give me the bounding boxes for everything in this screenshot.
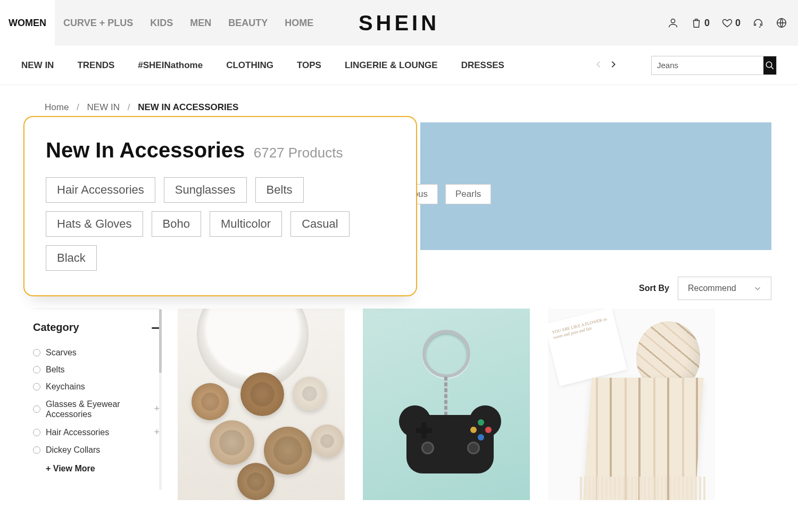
tab-men[interactable]: MEN bbox=[181, 0, 220, 46]
svg-point-0 bbox=[671, 19, 675, 23]
cat-glasses-eyewear[interactable]: Glasses & Eyewear Accessories+ bbox=[33, 395, 160, 423]
chip-pearls[interactable]: Pearls bbox=[445, 184, 491, 204]
nav-sheinathome[interactable]: #SHEINathome bbox=[138, 60, 203, 71]
chip-belts[interactable]: Belts bbox=[255, 177, 304, 203]
radio-icon bbox=[33, 366, 40, 373]
bag-count: 0 bbox=[704, 18, 710, 29]
chip-hair-accessories[interactable]: Hair Accessories bbox=[46, 177, 155, 203]
search-input[interactable] bbox=[652, 56, 763, 74]
sort-label: Sort By bbox=[639, 284, 669, 293]
search-box bbox=[651, 56, 777, 75]
cat-belts[interactable]: Belts bbox=[33, 361, 160, 378]
chip-hats-gloves[interactable]: Hats & Gloves bbox=[46, 211, 143, 237]
wishlist-icon[interactable]: 0 bbox=[721, 17, 741, 29]
nav-scroll-arrows bbox=[595, 61, 617, 70]
breadcrumb: Home / NEW IN / NEW IN ACCESSORIES bbox=[0, 85, 798, 119]
nav-clothing[interactable]: CLOTHING bbox=[226, 60, 273, 71]
chip-boho[interactable]: Boho bbox=[152, 211, 201, 237]
sidebar-scrollbar[interactable] bbox=[159, 309, 162, 490]
nav-lingerie-lounge[interactable]: LINGERIE & LOUNGE bbox=[345, 60, 438, 71]
wishlist-count: 0 bbox=[735, 18, 741, 29]
top-bar: WOMEN CURVE + PLUS KIDS MEN BEAUTY HOME … bbox=[0, 0, 798, 46]
nav-tops[interactable]: TOPS bbox=[297, 60, 321, 71]
tab-kids[interactable]: KIDS bbox=[142, 0, 181, 46]
chip-casual[interactable]: Casual bbox=[290, 211, 349, 237]
crumb-current: NEW IN ACCESSORIES bbox=[138, 102, 238, 112]
tab-curve-plus[interactable]: CURVE + PLUS bbox=[55, 0, 142, 46]
hero-wrap: norous Pearls New In Accessories 6727 Pr… bbox=[45, 122, 771, 261]
category-list: Scarves Belts Keychains Glasses & Eyewea… bbox=[33, 344, 160, 459]
logo[interactable]: SHEIN bbox=[359, 11, 439, 35]
support-icon[interactable] bbox=[752, 17, 764, 29]
sidebar-heading: Category – bbox=[33, 319, 160, 336]
product-card[interactable] bbox=[363, 309, 530, 500]
nav-trends[interactable]: TRENDS bbox=[77, 60, 114, 71]
chip-multicolor[interactable]: Multicolor bbox=[210, 211, 282, 237]
page-title: New In Accessories bbox=[46, 138, 245, 162]
sort-value: Recommend bbox=[688, 284, 736, 293]
product-grid: YOU ARE LIKE A FLOWER so sweet and pure … bbox=[178, 309, 771, 500]
sort-select[interactable]: Recommend bbox=[678, 277, 771, 300]
account-icon[interactable] bbox=[667, 17, 679, 29]
tab-women[interactable]: WOMEN bbox=[0, 0, 55, 46]
product-count: 6727 Products bbox=[254, 145, 343, 161]
tab-beauty[interactable]: BEAUTY bbox=[220, 0, 276, 46]
radio-icon bbox=[33, 429, 40, 436]
main-content: Category – Scarves Belts Keychains Glass… bbox=[33, 309, 771, 500]
bag-icon[interactable]: 0 bbox=[691, 17, 710, 29]
collapse-category-icon[interactable]: – bbox=[151, 319, 160, 336]
sidebar: Category – Scarves Belts Keychains Glass… bbox=[33, 309, 160, 500]
nav-prev-icon[interactable] bbox=[595, 61, 602, 70]
chip-sunglasses[interactable]: Sunglasses bbox=[164, 177, 247, 203]
category-nav: NEW IN TRENDS #SHEINathome CLOTHING TOPS… bbox=[0, 46, 798, 85]
nav-dresses[interactable]: DRESSES bbox=[461, 60, 504, 71]
search-button[interactable] bbox=[763, 56, 776, 74]
top-tabs: WOMEN CURVE + PLUS KIDS MEN BEAUTY HOME bbox=[0, 0, 322, 46]
svg-point-2 bbox=[766, 62, 772, 68]
product-card[interactable] bbox=[178, 309, 345, 500]
paper-note: YOU ARE LIKE A FLOWER so sweet and pure … bbox=[548, 309, 627, 386]
filter-chips: Hair Accessories Sunglasses Belts Hats &… bbox=[46, 177, 395, 271]
chip-black[interactable]: Black bbox=[46, 245, 97, 271]
product-card[interactable]: YOU ARE LIKE A FLOWER so sweet and pure … bbox=[548, 309, 715, 500]
radio-icon bbox=[33, 446, 40, 454]
tab-home[interactable]: HOME bbox=[276, 0, 322, 46]
crumb-new-in[interactable]: NEW IN bbox=[87, 102, 120, 112]
radio-icon bbox=[33, 405, 40, 413]
cat-scarves[interactable]: Scarves bbox=[33, 344, 160, 361]
nav-next-icon[interactable] bbox=[610, 61, 617, 70]
hero-card: New In Accessories 6727 Products Hair Ac… bbox=[23, 116, 417, 296]
cat-dickey-collars[interactable]: Dickey Collars bbox=[33, 442, 160, 459]
nav-items: NEW IN TRENDS #SHEINathome CLOTHING TOPS… bbox=[21, 60, 504, 71]
cat-keychains[interactable]: Keychains bbox=[33, 378, 160, 395]
crumb-home[interactable]: Home bbox=[45, 102, 69, 112]
view-more-button[interactable]: + View More bbox=[33, 464, 160, 473]
radio-icon bbox=[33, 349, 40, 356]
nav-new-in[interactable]: NEW IN bbox=[21, 60, 54, 71]
radio-icon bbox=[33, 383, 40, 390]
globe-icon[interactable] bbox=[776, 17, 787, 29]
header-actions: 0 0 bbox=[667, 17, 787, 29]
cat-hair-accessories[interactable]: Hair Accessories+ bbox=[33, 423, 160, 442]
